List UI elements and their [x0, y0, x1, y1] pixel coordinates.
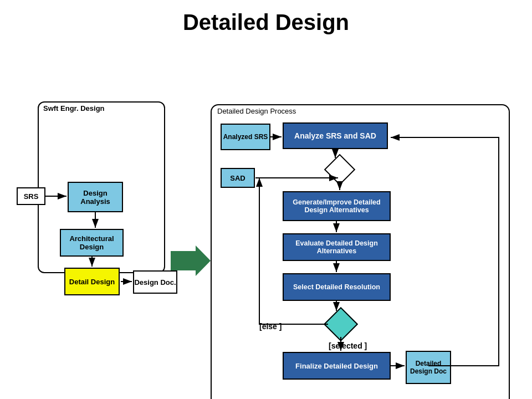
srs-box: SRS: [17, 187, 45, 205]
evaluate-box: Evaluate Detailed Design Alternatives: [283, 233, 391, 261]
process-outer-label: Detailed Design Process: [217, 107, 296, 115]
svg-marker-0: [171, 245, 211, 276]
process-arrow-icon: [171, 245, 211, 276]
select-box: Select Detailed Resolution: [283, 273, 391, 301]
arch-design-box: Architectural Design: [60, 229, 124, 257]
page-title: Detailed Design: [0, 0, 532, 40]
analyzed-srs-box: Analyzed SRS: [221, 124, 270, 150]
selected-label: [selected ]: [329, 341, 367, 350]
analyze-box: Analyze SRS and SAD: [283, 122, 388, 149]
sad-box: SAD: [221, 168, 255, 188]
swft-engr-label: Swft Engr. Design: [43, 104, 105, 112]
dd-doc-box: Detailed Design Doc: [406, 351, 451, 384]
detail-design-box: Detail Design: [64, 268, 120, 295]
finalize-box: Finalize Detailed Design: [283, 352, 391, 380]
design-analysis-box: Design Analysis: [68, 182, 123, 212]
else-label: [else ]: [259, 322, 282, 331]
generate-box: Generate/Improve Detailed Design Alterna…: [283, 191, 391, 221]
